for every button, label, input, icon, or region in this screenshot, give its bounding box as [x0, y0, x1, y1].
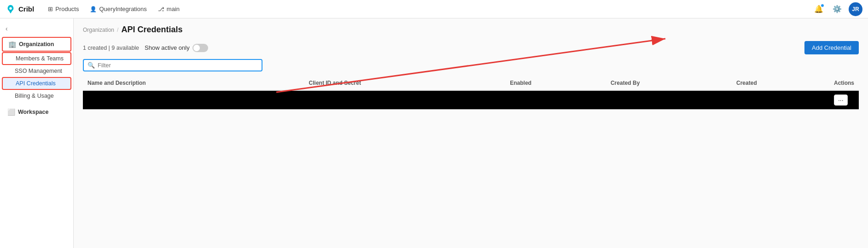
filter-row: 🔍 — [74, 59, 868, 76]
show-active-toggle[interactable]: Show active only — [145, 44, 208, 52]
sidebar-organization-header[interactable]: 🏢 Organization — [2, 37, 71, 52]
add-credential-label: Add Credential — [812, 44, 851, 51]
sidebar-api-credentials-label: API Credentials — [16, 80, 56, 87]
sidebar-workspace-label: Workspace — [18, 109, 48, 115]
sidebar-item-api-credentials[interactable]: API Credentials — [2, 77, 71, 90]
main-layout: ‹ 🏢 Organization Members & Teams SSO Man… — [0, 18, 868, 248]
breadcrumb-parent: Organization — [83, 27, 114, 33]
sidebar-item-sso-management[interactable]: SSO Management — [2, 65, 71, 77]
add-credential-button[interactable]: Add Credential — [804, 41, 859, 54]
sidebar-item-billing-usage[interactable]: Billing & Usage — [2, 90, 71, 101]
workspace-section: ⬜ Workspace — [0, 104, 73, 120]
workspace-icon: ⬜ — [7, 108, 15, 116]
breadcrumb-current: API Credentials — [121, 25, 182, 35]
col-created-by: Created By — [606, 76, 732, 90]
main-content: Organization / API Credentials 1 created… — [74, 18, 868, 248]
sidebar-billing-usage-label: Billing & Usage — [15, 93, 54, 99]
gear-icon: ⚙️ — [833, 5, 842, 13]
nav-main-label: main — [167, 6, 180, 12]
settings-button[interactable]: ⚙️ — [830, 2, 844, 16]
sidebar-members-teams-label: Members & Teams — [16, 55, 64, 62]
nav-products[interactable]: ⊞ Products — [43, 4, 83, 14]
cell-client-id — [304, 90, 506, 110]
avatar[interactable]: JR — [849, 2, 862, 16]
avatar-initials: JR — [852, 6, 859, 12]
content-header: 1 created | 9 available Show active only… — [74, 36, 868, 59]
table-row: ··· — [83, 90, 859, 110]
cribl-logo-icon — [6, 4, 16, 14]
table-body: ··· — [83, 90, 859, 110]
nav-products-label: Products — [55, 6, 79, 12]
nav-query-integrations[interactable]: 👤 QueryIntegrations — [85, 4, 151, 14]
topbar: Cribl ⊞ Products 👤 QueryIntegrations ⎇ m… — [0, 0, 868, 18]
sidebar-workspace-header[interactable]: ⬜ Workspace — [2, 106, 71, 118]
sidebar-sso-management-label: SSO Management — [15, 68, 62, 74]
logo-text: Cribl — [18, 5, 34, 13]
org-section: 🏢 Organization Members & Teams SSO Manag… — [0, 35, 73, 104]
breadcrumb: Organization / API Credentials — [74, 18, 868, 36]
nav-main[interactable]: ⎇ main — [153, 4, 184, 14]
notification-badge — [821, 4, 824, 7]
row-actions-button[interactable]: ··· — [834, 94, 848, 106]
stats-text: 1 created | 9 available — [83, 45, 139, 51]
search-icon: 🔍 — [87, 62, 95, 69]
sidebar: ‹ 🏢 Organization Members & Teams SSO Man… — [0, 18, 74, 248]
col-created: Created — [732, 76, 829, 90]
chevron-left-icon: ‹ — [6, 25, 8, 32]
org-icon: 🏢 — [8, 41, 16, 48]
toggle-switch-control[interactable] — [192, 44, 208, 52]
col-name-desc: Name and Description — [83, 76, 304, 90]
filter-input-wrap: 🔍 — [83, 59, 262, 71]
svg-point-0 — [9, 7, 12, 10]
table-wrap: Name and Description Client ID and Secre… — [74, 76, 868, 248]
logo[interactable]: Cribl — [6, 4, 34, 14]
filter-input[interactable] — [98, 62, 258, 69]
breadcrumb-separator: / — [117, 27, 118, 33]
sidebar-org-label: Organization — [19, 41, 54, 47]
cell-enabled — [506, 90, 606, 110]
show-active-label: Show active only — [145, 44, 190, 51]
sidebar-item-members-teams[interactable]: Members & Teams — [2, 52, 71, 65]
col-client-id: Client ID and Secret — [304, 76, 506, 90]
nav-query-integrations-label: QueryIntegrations — [99, 6, 146, 12]
topbar-nav: ⊞ Products 👤 QueryIntegrations ⎇ main — [43, 4, 184, 14]
collapse-button[interactable]: ‹ — [0, 22, 73, 35]
cell-actions: ··· — [829, 90, 859, 110]
table-header: Name and Description Client ID and Secre… — [83, 76, 859, 90]
cell-name — [83, 90, 304, 110]
cell-created-by — [606, 90, 732, 110]
cell-created — [732, 90, 829, 110]
notifications-button[interactable]: 🔔 — [812, 2, 826, 16]
topbar-right: 🔔 ⚙️ JR — [812, 2, 862, 16]
col-enabled: Enabled — [506, 76, 606, 90]
grid-icon: ⊞ — [48, 6, 53, 12]
col-actions: Actions — [829, 76, 859, 90]
credentials-table: Name and Description Client ID and Secre… — [83, 76, 859, 110]
query-icon: 👤 — [90, 6, 97, 12]
branch-icon: ⎇ — [158, 6, 164, 12]
